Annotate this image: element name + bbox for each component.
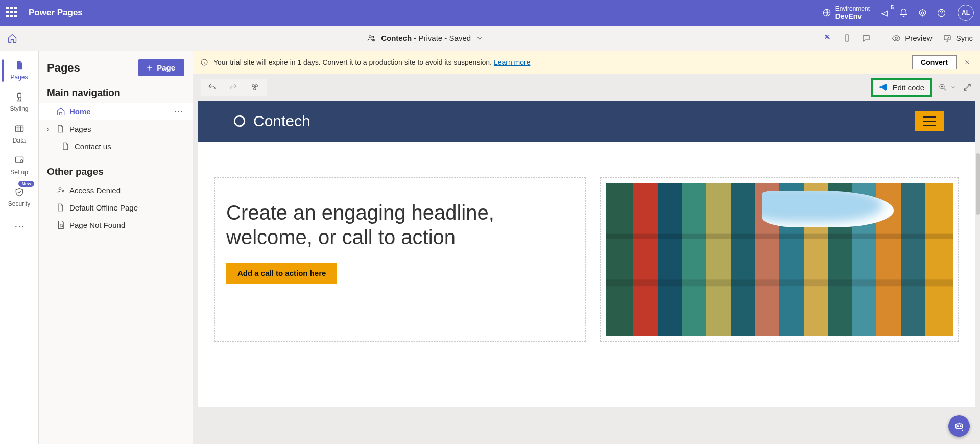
section-main-nav: Main navigation <box>39 83 193 101</box>
undo-button[interactable] <box>201 79 223 96</box>
svg-point-24 <box>960 426 961 427</box>
feedback-icon[interactable] <box>862 34 871 43</box>
site-preview[interactable]: Contech Create an engaging headline, wel… <box>198 101 975 407</box>
canvas-toolbar: Edit code <box>193 74 980 101</box>
environment-picker[interactable]: Environment DevEnv <box>822 6 870 20</box>
notifications-icon[interactable] <box>899 8 909 18</box>
page-icon <box>14 60 25 71</box>
section-other-pages: Other pages <box>39 162 193 179</box>
app-topbar: Power Pages Environment DevEnv 5 AL <box>0 0 980 26</box>
rail-item-setup[interactable]: Set up <box>0 149 38 181</box>
vscode-icon <box>879 83 888 92</box>
home-icon[interactable] <box>7 33 17 43</box>
preview-menu-button[interactable] <box>915 111 944 131</box>
redo-icon <box>229 83 238 92</box>
sync-button[interactable]: Sync <box>943 34 973 43</box>
preview-header[interactable]: Contech <box>198 101 975 142</box>
svg-rect-10 <box>15 126 23 132</box>
add-page-button[interactable]: Page <box>138 59 184 76</box>
chat-bubble-button[interactable] <box>948 415 970 437</box>
globe-icon <box>822 8 831 17</box>
components-icon <box>250 83 259 92</box>
undo-icon <box>207 83 217 92</box>
chevron-right-icon[interactable]: › <box>47 125 56 133</box>
person-denied-icon <box>56 185 65 195</box>
svg-point-7 <box>895 37 898 39</box>
fullscreen-button[interactable] <box>963 83 972 92</box>
design-canvas: Your trial site will expire in 1 days. C… <box>193 51 980 444</box>
banner-message: Your trial site will expire in 1 days. C… <box>213 58 907 66</box>
svg-rect-9 <box>17 94 21 98</box>
page-icon <box>56 124 64 133</box>
preview-hero-image[interactable] <box>600 177 959 342</box>
chevron-down-icon <box>950 84 957 90</box>
page-item-home[interactable]: Home <box>39 103 193 120</box>
rail-item-styling[interactable]: Styling <box>0 86 38 118</box>
svg-point-14 <box>60 224 63 227</box>
home-icon <box>56 107 65 116</box>
page-item-contact[interactable]: Contact us <box>39 137 193 155</box>
svg-point-4 <box>372 36 374 38</box>
site-name-status[interactable]: Contech - Private - Saved <box>381 34 471 42</box>
preview-hero-text[interactable]: Create an engaging headline, welcome, or… <box>214 177 586 342</box>
settings-icon[interactable] <box>918 8 927 18</box>
components-button[interactable] <box>244 79 267 96</box>
expand-icon <box>963 83 972 92</box>
rail-item-pages[interactable]: Pages <box>0 54 38 86</box>
rail-item-security[interactable]: New Security <box>0 181 38 213</box>
other-pages-tree: Access Denied Default Offline Page Page … <box>39 179 193 236</box>
page-item-offline[interactable]: Default Offline Page <box>39 199 193 216</box>
environment-value: DevEnv <box>835 12 870 20</box>
sync-icon <box>943 34 952 43</box>
announcements-icon[interactable]: 5 <box>880 8 890 18</box>
trial-warning-banner: Your trial site will expire in 1 days. C… <box>193 51 980 74</box>
rail-more-button[interactable]: ⋯ <box>14 213 25 239</box>
user-avatar[interactable]: AL <box>958 5 974 21</box>
logo-icon <box>233 114 246 128</box>
eye-icon <box>892 34 901 43</box>
plus-icon <box>146 64 154 72</box>
panel-title: Pages <box>47 61 80 75</box>
mobile-preview-icon[interactable] <box>843 34 851 42</box>
preview-button[interactable]: Preview <box>892 34 932 43</box>
app-launcher-icon[interactable] <box>6 7 18 19</box>
preview-headline[interactable]: Create an engaging headline, welcome, or… <box>226 200 574 249</box>
table-icon <box>14 124 25 134</box>
page-item-not-found[interactable]: Page Not Found <box>39 216 193 233</box>
zoom-icon <box>938 83 947 92</box>
environment-label: Environment <box>835 6 870 12</box>
svg-point-13 <box>59 188 61 190</box>
preview-logo[interactable]: Contech <box>233 112 310 130</box>
help-icon[interactable] <box>937 8 946 18</box>
svg-point-1 <box>921 12 924 14</box>
svg-rect-8 <box>944 35 950 39</box>
svg-point-21 <box>237 119 243 124</box>
notification-count-badge: 5 <box>891 4 894 10</box>
preview-cta-button[interactable]: Add a call to action here <box>226 263 337 284</box>
learn-more-link[interactable]: Learn more <box>494 58 531 66</box>
setup-icon <box>14 155 25 166</box>
scrollbar[interactable] <box>976 153 980 215</box>
redo-button[interactable] <box>223 79 244 96</box>
pages-panel: Pages Page Main navigation Home › Pages … <box>39 51 193 444</box>
site-toolbar: Contech - Private - Saved Preview Sync <box>0 26 980 51</box>
preview-hero[interactable]: Create an engaging headline, welcome, or… <box>198 142 975 362</box>
convert-button[interactable]: Convert <box>912 55 957 69</box>
rail-item-data[interactable]: Data <box>0 118 38 149</box>
page-item-access-denied[interactable]: Access Denied <box>39 181 193 199</box>
brush-icon <box>14 92 25 102</box>
close-icon[interactable] <box>962 57 973 68</box>
copilot-icon[interactable] <box>822 33 832 43</box>
edit-code-button[interactable]: Edit code <box>871 78 932 97</box>
info-icon <box>200 58 208 66</box>
shield-icon <box>14 187 25 197</box>
main-nav-tree: Home › Pages Contact us <box>39 101 193 157</box>
svg-point-3 <box>369 35 372 38</box>
left-rail: Pages Styling Data Set up New Security ⋯ <box>0 51 39 444</box>
chevron-down-icon[interactable] <box>476 35 483 42</box>
zoom-control[interactable] <box>938 83 957 92</box>
new-badge: New <box>18 181 34 187</box>
page-item-pages[interactable]: › Pages <box>39 120 193 137</box>
hero-image-placeholder[interactable] <box>606 183 953 336</box>
page-icon <box>56 203 64 212</box>
